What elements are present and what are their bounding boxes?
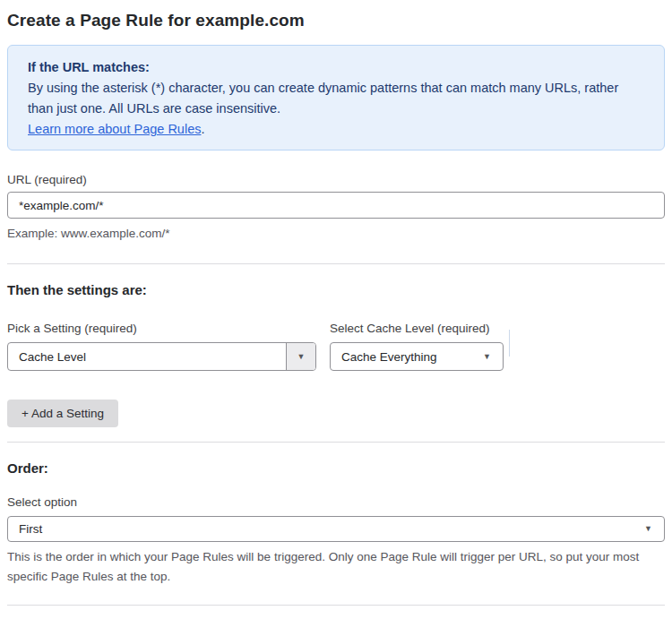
setting-picker-dropdown[interactable]: Cache Level ▼ [7, 342, 316, 371]
cache-level-value: Cache Everything [331, 350, 483, 364]
order-dropdown[interactable]: First ▼ [7, 516, 665, 542]
add-setting-button[interactable]: + Add a Setting [7, 400, 118, 427]
cache-level-dropdown[interactable]: Cache Everything ▼ [330, 342, 504, 371]
link-suffix: . [201, 122, 204, 136]
cache-level-column: Select Cache Level (required) Cache Ever… [330, 322, 504, 371]
column-divider [509, 330, 510, 357]
chevron-down-icon: ▼ [297, 353, 306, 361]
info-box-body: By using the asterisk (*) character, you… [28, 78, 644, 119]
chevron-down-icon: ▼ [644, 525, 664, 533]
settings-row: Pick a Setting (required) Cache Level ▼ … [7, 322, 665, 371]
url-match-info-box: If the URL matches: By using the asteris… [7, 45, 665, 150]
order-select-label: Select option [7, 495, 665, 509]
page-title: Create a Page Rule for example.com [7, 11, 665, 30]
section-divider [7, 605, 665, 606]
setting-picker-column: Pick a Setting (required) Cache Level ▼ [7, 322, 316, 371]
url-input[interactable] [7, 192, 665, 219]
chevron-down-icon: ▼ [483, 353, 503, 361]
order-section-heading: Order: [7, 460, 665, 476]
learn-more-link[interactable]: Learn more about Page Rules [28, 122, 201, 136]
section-divider [7, 442, 665, 443]
setting-picker-label: Pick a Setting (required) [7, 322, 316, 335]
cache-level-label: Select Cache Level (required) [330, 322, 504, 335]
setting-picker-arrow-segment[interactable]: ▼ [286, 343, 315, 370]
setting-picker-value: Cache Level [8, 350, 286, 364]
order-helper-text: This is the order in which your Page Rul… [7, 547, 652, 587]
url-field-label: URL (required) [7, 173, 665, 186]
settings-section-heading: Then the settings are: [7, 282, 665, 297]
info-box-heading: If the URL matches: [28, 57, 644, 78]
order-select-wrap: First ▼ [7, 516, 665, 542]
order-value: First [8, 522, 644, 536]
page-rule-form: Create a Page Rule for example.com If th… [0, 0, 672, 619]
url-helper-text: Example: www.example.com/* [7, 224, 665, 244]
info-box-link-line: Learn more about Page Rules. [28, 119, 644, 140]
section-divider [7, 263, 665, 264]
